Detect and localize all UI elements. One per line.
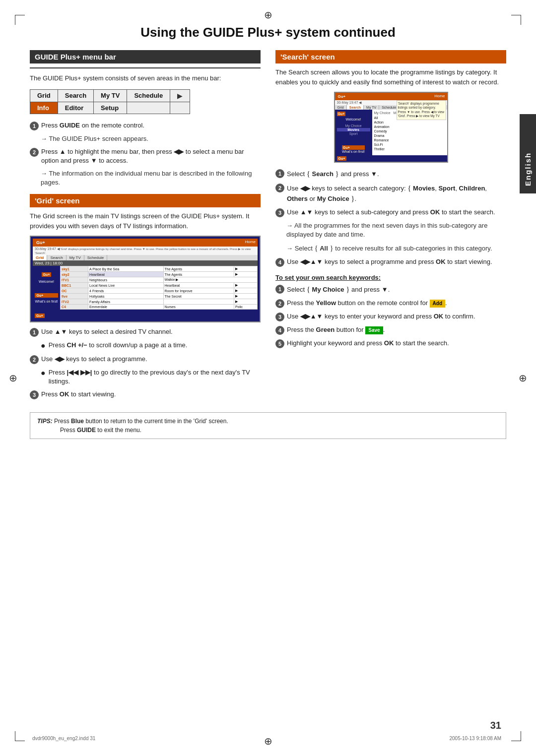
search-nav-grid: Grid (335, 105, 347, 110)
keyword-step-4: 4 Press the Green button for Save. (275, 325, 506, 335)
grid-screen-header: 'Grid' screen (30, 194, 261, 207)
keyword-step-1: 1 Select { My Choice } and press ▼. (275, 284, 506, 295)
search-sport: Sport (349, 132, 358, 135)
search-mychoice: My Choice (345, 124, 361, 127)
search-cat-comedy: Comedy (374, 129, 445, 133)
search-cat-scifi: Sci-Fi (374, 142, 445, 147)
step-2-arrow: The information on the individual menu b… (41, 169, 261, 187)
search-step-3-arrow1: All the programmes for the next seven da… (286, 221, 506, 239)
footer-left: dvdr9000h_eu_eng2.indd 31 (32, 736, 95, 741)
menu-bar-table: Grid Search My TV Schedule ▶ Info Editor… (30, 89, 190, 114)
grid-step-num-2: 2 (30, 355, 39, 364)
search-whats: What's on first! (342, 150, 365, 153)
search-footer: Gu+ (335, 155, 447, 162)
search-step-num-3: 3 (275, 208, 284, 217)
bullet-dot: ● (41, 341, 46, 350)
page-title: Using the GUIDE Plus+ system continued (30, 25, 506, 40)
step-num-2: 2 (30, 148, 39, 157)
menu-item-search: Search (58, 89, 93, 102)
menu-item-mytv: My TV (94, 89, 127, 102)
search-step-3-arrow2: Select { All } to receive results for al… (286, 243, 506, 253)
guide-intro-text: The GUIDE Plus+ system consists of seven… (30, 73, 261, 83)
grid-step-2: 2 Use ◀▶ keys to select a programme. (30, 355, 261, 364)
keyword-step-5: 5 Highlight your keyword and press OK to… (275, 339, 506, 348)
search-steps: 1 Select { Search } and press ▼. 2 Use ◀… (275, 169, 506, 267)
grid-left-logo2: Gu+ (35, 293, 58, 298)
menu-arrow: ▶ (170, 89, 190, 102)
search-cat-romance: Romance (374, 138, 445, 142)
search-footer-logo: Gu+ (337, 156, 347, 161)
keyword-steps: 1 Select { My Choice } and press ▼. 2 Pr… (275, 284, 506, 348)
menu-item-grid: Grid (30, 89, 58, 102)
save-button-label: Save (365, 326, 383, 334)
grid-welcome: Welcome! (39, 280, 54, 283)
tips-text2: Press GUIDE to exit the menu. (60, 427, 141, 434)
search-nav-mytv: My TV (364, 105, 379, 110)
tips-box: TIPS: Press Blue button to return to the… (30, 412, 506, 439)
right-column: 'Search' screen The Search screen allows… (275, 50, 506, 403)
grid-nav: Grid Search My TV Schedule (33, 255, 258, 260)
search-cat-animation: Animation (374, 125, 445, 129)
step-1-arrow: The GUIDE Plus+ screen appears. (41, 134, 261, 143)
step-num-1: 1 (30, 122, 39, 130)
keyword-step-num-5: 5 (275, 339, 284, 348)
left-column: GUIDE Plus+ menu bar The GUIDE Plus+ sys… (30, 50, 261, 403)
search-screen-sim: Gu+ Home 30-May 19:47 ◀ 'Search' display… (334, 92, 448, 163)
step-1: 1 Press GUIDE on the remote control. (30, 121, 261, 130)
grid-footer-logo: Gu+ (35, 314, 45, 318)
search-nav-search: Search (347, 105, 364, 110)
programme-list: sky1A Place By the SeaThe Agents▶ sky2He… (60, 266, 258, 310)
grid-screen-body: The Grid screen is the main TV listings … (30, 211, 261, 231)
grid-date: 30-May 19:47 ◀ 'Grid' displays programme… (33, 247, 258, 255)
search-date: 30-May 19:47 ◀ (335, 100, 364, 105)
search-cat-thriller: Thriller (374, 147, 445, 151)
keyword-step-2: 2 Press the Yellow button on the remote … (275, 299, 506, 308)
search-welcome: Welcome! (346, 118, 361, 121)
grid-what: Gu+ What's on first! (35, 293, 58, 303)
grid-footer: Gu+ (33, 310, 258, 319)
search-step-4: 4 Use ◀▶▲▼ keys to select a programme an… (275, 257, 506, 267)
add-button-label: Add (430, 300, 445, 308)
grid-logo: Gu+ (35, 240, 47, 246)
keyword-step-num-1: 1 (275, 285, 284, 294)
step-2: 2 Press ▲ to highlight the menu bar, the… (30, 147, 261, 165)
search-bottom-logo: Gu+ (342, 145, 365, 150)
search-step-3: 3 Use ▲▼ keys to select a sub-category a… (275, 208, 506, 217)
search-screen-header: 'Search' screen (275, 50, 506, 63)
section-divider (30, 67, 261, 68)
search-header-right: Home (434, 94, 445, 99)
search-header: Gu+ Home (335, 93, 447, 100)
tips-label: TIPS: (37, 418, 53, 425)
grid-bullet-2: ● Press |◀◀ ▶▶| to go directly to the pr… (41, 368, 261, 386)
search-step-num-2: 2 (275, 184, 284, 192)
keyword-step-num-2: 2 (275, 299, 284, 308)
search-date-bar: 30-May 19:47 ◀ 'Search' displays program… (335, 100, 447, 105)
search-cat-action: Action (374, 120, 445, 125)
grid-programme-table: sky1A Place By the SeaThe Agents▶ sky2He… (60, 266, 258, 310)
menu-item-setup: Setup (94, 102, 127, 114)
grid-nav-mytv: My TV (67, 255, 84, 260)
search-step-1: 1 Select { Search } and press ▼. (275, 169, 506, 179)
menu-item-info: Info (30, 102, 58, 114)
bullet-dot-2: ● (41, 368, 46, 378)
keyword-step-num-4: 4 (275, 326, 284, 335)
grid-step-num-1: 1 (30, 328, 39, 337)
grid-nav-grid: Grid (33, 255, 47, 260)
search-movies: Movies (337, 128, 370, 131)
grid-screen-header-bar: Gu+ Home (33, 239, 258, 247)
grid-whats-on: What's on first! (35, 300, 58, 303)
grid-bullet-1: ● Press CH +/− to scroll down/up a page … (41, 341, 261, 350)
menu-item-schedule: Schedule (127, 89, 170, 102)
search-cat-list: All Action Animation Comedy Drama Romanc… (374, 116, 445, 151)
grid-step-num-3: 3 (30, 390, 39, 399)
menu-bar-steps: 1 Press GUIDE on the remote control. The… (30, 121, 261, 188)
search-logo: Gu+ (337, 94, 347, 99)
search-tooltip: 'Search' displays programme listings sor… (397, 100, 446, 120)
grid-nav-search: Search (47, 255, 66, 260)
footer-right: 2005-10-13 9:18:08 AM (449, 736, 501, 741)
grid-nav-schedule: Schedule (84, 255, 107, 260)
grid-date-bar: Wed, 23 | 18:00 (33, 260, 258, 266)
search-step-num-1: 1 (275, 169, 284, 178)
keyword-step-num-3: 3 (275, 313, 284, 321)
tips-text1: Press Blue button to return to the curre… (54, 418, 228, 425)
